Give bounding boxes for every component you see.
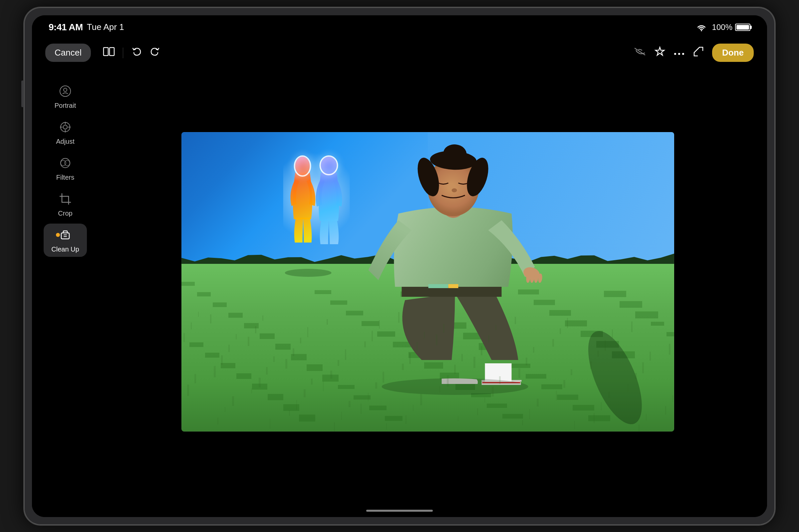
- filters-icon: [57, 155, 73, 171]
- crop-label: Crop: [58, 210, 72, 217]
- svg-point-13: [63, 88, 67, 92]
- home-indicator: [366, 510, 433, 512]
- svg-point-20: [61, 158, 70, 168]
- sidebar-item-crop[interactable]: Crop: [43, 188, 87, 221]
- battery-icon: [735, 24, 750, 31]
- svg-point-4: [674, 53, 676, 55]
- photo-container: [182, 132, 674, 432]
- portrait-icon: [57, 83, 73, 99]
- toolbar: Cancel: [32, 39, 767, 66]
- photo-area[interactable]: [98, 66, 767, 517]
- svg-point-0: [701, 30, 702, 31]
- crop-resize-icon[interactable]: [693, 46, 704, 60]
- cleanup-icon: [57, 227, 73, 243]
- adjust-icon: [57, 119, 73, 135]
- sidebar-item-adjust[interactable]: Adjust: [43, 116, 87, 149]
- status-bar-left: 9:41 AM Tue Apr 1: [49, 22, 124, 33]
- cancel-button[interactable]: Cancel: [45, 43, 91, 62]
- sidebar-item-filters[interactable]: Filters: [43, 152, 87, 185]
- crop-icon: [57, 191, 73, 207]
- filters-label: Filters: [56, 174, 74, 181]
- svg-marker-3: [655, 47, 664, 55]
- cleanup-badge: [56, 233, 60, 237]
- battery-fill: [737, 25, 749, 30]
- toolbar-icons: [103, 46, 161, 60]
- toolbar-left: Cancel: [45, 43, 161, 62]
- svg-rect-2: [110, 48, 114, 56]
- portrait-label: Portrait: [55, 102, 76, 110]
- status-bar: 9:41 AM Tue Apr 1 100%: [32, 15, 767, 39]
- status-right: 100%: [696, 23, 750, 32]
- sidebar-item-portrait[interactable]: Portrait: [43, 80, 87, 113]
- svg-point-6: [682, 53, 684, 55]
- more-options-icon[interactable]: [673, 47, 685, 59]
- ipad-frame: 9:41 AM Tue Apr 1 100%: [23, 7, 776, 526]
- side-button[interactable]: [21, 80, 24, 107]
- status-time: 9:41 AM: [49, 22, 83, 33]
- auto-enhance-icon[interactable]: [654, 46, 666, 60]
- undo-icon[interactable]: [131, 46, 143, 60]
- svg-rect-1: [104, 48, 108, 56]
- status-date: Tue Apr 1: [87, 22, 124, 32]
- split-view-icon[interactable]: [103, 47, 115, 59]
- svg-rect-27: [61, 233, 69, 239]
- hide-original-icon[interactable]: [634, 47, 646, 59]
- wifi-icon: [696, 23, 707, 31]
- redo-icon[interactable]: [149, 46, 161, 60]
- toolbar-separator: [123, 48, 123, 58]
- svg-point-5: [678, 53, 680, 55]
- battery-container: 100%: [712, 23, 750, 32]
- adjust-label: Adjust: [56, 138, 75, 146]
- svg-point-15: [63, 125, 67, 129]
- photo-canvas[interactable]: [182, 132, 674, 432]
- svg-point-22: [64, 160, 70, 166]
- screen: 9:41 AM Tue Apr 1 100%: [32, 15, 767, 517]
- svg-line-11: [694, 47, 700, 53]
- toolbar-right: Done: [634, 43, 754, 62]
- sidebar: Portrait Adjust: [32, 66, 98, 517]
- main-content: Portrait Adjust: [32, 66, 767, 517]
- battery-percentage: 100%: [712, 23, 732, 32]
- sidebar-item-cleanup[interactable]: Clean Up: [43, 224, 87, 257]
- done-button[interactable]: Done: [712, 43, 754, 62]
- cleanup-label: Clean Up: [51, 246, 79, 253]
